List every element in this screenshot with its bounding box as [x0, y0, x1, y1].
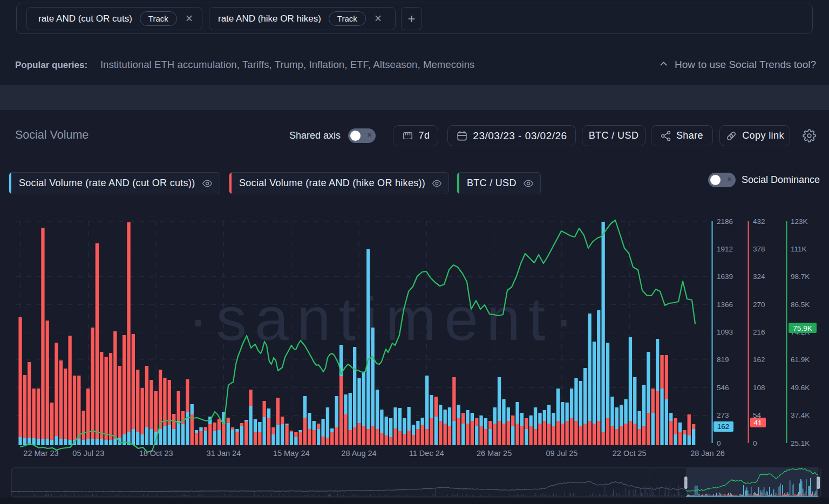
svg-text:49.6K: 49.6K — [791, 384, 810, 392]
svg-text:0: 0 — [717, 439, 721, 447]
svg-text:324: 324 — [753, 273, 765, 281]
svg-text:111K: 111K — [791, 245, 807, 253]
svg-text:2186: 2186 — [717, 217, 733, 226]
svg-text:123K: 123K — [791, 217, 808, 226]
svg-text:86.5K: 86.5K — [791, 301, 810, 309]
svg-text:25.1K: 25.1K — [791, 439, 810, 447]
svg-text:11 Dec 24: 11 Dec 24 — [409, 449, 444, 458]
svg-text:270: 270 — [753, 301, 765, 309]
svg-text:1639: 1639 — [717, 273, 733, 281]
svg-text:546: 546 — [717, 384, 729, 392]
svg-text:108: 108 — [753, 384, 765, 392]
svg-text:09 Jul 25: 09 Jul 25 — [546, 449, 577, 458]
svg-text:15 May 24: 15 May 24 — [273, 449, 310, 458]
svg-text:0: 0 — [753, 439, 757, 447]
svg-text:216: 216 — [753, 328, 765, 336]
svg-text:28 Aug 24: 28 Aug 24 — [341, 449, 376, 458]
svg-text:1912: 1912 — [717, 245, 733, 253]
svg-text:1366: 1366 — [717, 301, 733, 309]
svg-text:98.7K: 98.7K — [791, 273, 810, 281]
svg-text:41: 41 — [753, 419, 762, 427]
svg-text:162: 162 — [753, 356, 765, 364]
svg-text:28 Jan 26: 28 Jan 26 — [690, 449, 725, 458]
svg-text:273: 273 — [717, 411, 729, 419]
svg-text:37.4K: 37.4K — [791, 411, 810, 419]
svg-text:05 Jul 23: 05 Jul 23 — [72, 449, 104, 458]
svg-text:1093: 1093 — [717, 328, 733, 336]
svg-text:61.9K: 61.9K — [791, 356, 810, 364]
svg-text:378: 378 — [753, 245, 765, 253]
svg-text:·santiment·: ·santiment· — [188, 285, 582, 353]
svg-text:22 Mar 23: 22 Mar 23 — [23, 449, 58, 458]
svg-text:31 Jan 24: 31 Jan 24 — [207, 449, 241, 458]
svg-text:26 Mar 25: 26 Mar 25 — [477, 449, 512, 458]
svg-text:432: 432 — [753, 217, 765, 226]
svg-text:18 Oct 23: 18 Oct 23 — [139, 449, 173, 458]
svg-text:75.9K: 75.9K — [793, 324, 812, 332]
svg-text:162: 162 — [717, 423, 730, 431]
svg-text:819: 819 — [717, 356, 729, 364]
svg-text:22 Oct 25: 22 Oct 25 — [613, 449, 647, 458]
